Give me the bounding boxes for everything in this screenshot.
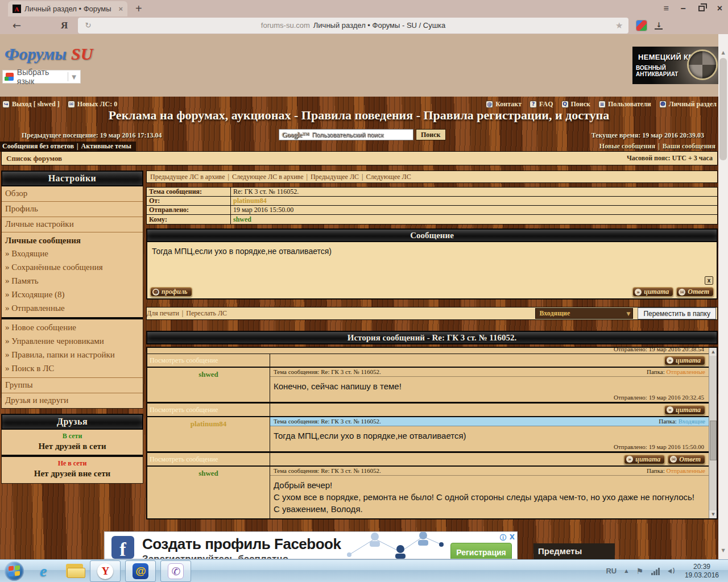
download-icon[interactable]: ↓ (655, 22, 663, 30)
sidebar-item-saved[interactable]: » Сохранённые сообщения (2, 261, 143, 275)
file-explorer-icon[interactable] (66, 564, 85, 579)
tray-expand-icon[interactable]: ▲ (624, 568, 628, 573)
scroll-up-icon[interactable]: ▲ (709, 348, 717, 356)
window-close-button[interactable]: × (717, 3, 722, 14)
internet-explorer-icon[interactable]: e (40, 562, 47, 580)
yandex-browser-taskbar-button[interactable]: Y (90, 560, 121, 582)
quote-button[interactable]: »цитата (632, 287, 673, 297)
view-message-link[interactable]: Посмотреть сообщение (147, 404, 270, 416)
move-to-folder-button[interactable]: Переместить в папку (638, 307, 716, 319)
next-pm-link[interactable]: Следующее ЛС (366, 173, 411, 181)
print-link[interactable]: Для печати (147, 309, 179, 318)
address-text[interactable]: forums-su.comЛичный раздел • Форумы - SU… (91, 21, 615, 30)
view-message-link[interactable]: Посмотреть сообщение (147, 354, 270, 367)
sidebar-item-inbox[interactable]: » Входящие (2, 247, 143, 261)
browser-scrollbar[interactable]: ▲ ▼ (718, 34, 728, 559)
sidebar-item-personal-settings[interactable]: Личные настройки (2, 217, 143, 232)
language-selector[interactable]: Выбрать язык ▼ (2, 70, 81, 84)
faq-link[interactable]: ?FAQ (530, 100, 553, 109)
new-pm-link[interactable]: ✉Новых ЛС: 0 (68, 100, 118, 109)
scrollbar-thumb[interactable] (719, 58, 727, 160)
quote-button[interactable]: »цитата (664, 356, 705, 365)
folder-link[interactable]: Входящие (679, 418, 705, 425)
profile-button[interactable]: ☻профиль (150, 287, 192, 297)
tab-close-icon[interactable]: × (118, 5, 123, 13)
history-actions-row: Посмотреть сообщение »цитата ✉Ответ (147, 452, 709, 467)
sidebar-item-rules-folders[interactable]: » Правила, папки и настройки (2, 348, 143, 362)
users-link[interactable]: ≡Пользователи (598, 100, 651, 109)
action-center-flag-icon[interactable]: ⚑ (636, 567, 643, 576)
reply-button[interactable]: ✉Ответ (676, 287, 714, 297)
history-author-link[interactable]: platinum84 (147, 417, 270, 451)
logout-link[interactable]: ↪Выход [ shwed ] (2, 100, 60, 109)
quote-button[interactable]: »цитата (664, 405, 705, 415)
sidebar-item-memory[interactable]: » Память (2, 275, 143, 288)
view-message-link[interactable]: Посмотреть сообщение (147, 453, 270, 465)
history-scrollbar[interactable]: ▲ ▼ (709, 348, 717, 518)
antiques-banner[interactable]: НЕМЕЦКИЙ КРЕСТ ВОЕННЫЙАНТИКВАРИАТ (632, 47, 718, 84)
language-indicator[interactable]: RU (606, 567, 617, 575)
close-message-button[interactable]: x (705, 276, 713, 285)
window-restore-button[interactable] (698, 6, 705, 11)
scroll-up-icon[interactable]: ▲ (718, 48, 728, 57)
prev-pm-archive-link[interactable]: Предыдущее ЛС в архиве (150, 173, 225, 181)
from-user-link[interactable]: platinum84 (231, 197, 267, 205)
forum-headline[interactable]: Реклама на форумах, аукционах - Правила … (0, 108, 718, 123)
to-user-link[interactable]: shwed (231, 215, 251, 224)
folder-link[interactable]: Отправленные (667, 368, 706, 375)
ad-close-icon[interactable]: X (510, 533, 515, 543)
quote-button[interactable]: »цитата (624, 455, 665, 464)
sidebar-item-profile[interactable]: Профиль (2, 202, 143, 217)
viber-taskbar-button[interactable]: ✆ (160, 560, 191, 582)
window-minimize-button[interactable]: – (681, 3, 686, 14)
new-tab-button[interactable]: + (135, 2, 142, 16)
facebook-ad[interactable]: f Создать профиль Facebook Зарегистрируй… (104, 531, 518, 559)
address-field[interactable]: ↻ forums-su.comЛичный раздел • Форумы - … (78, 18, 628, 34)
bookmark-star-icon[interactable]: ★ (615, 20, 623, 31)
unanswered-link[interactable]: Сообщения без ответов (2, 142, 74, 150)
sidebar-item-outbox[interactable]: » Исходящие (8) (2, 288, 143, 302)
search-link[interactable]: QПоиск (561, 100, 591, 109)
new-messages-link[interactable]: Новые сообщения (599, 142, 655, 150)
google-search-input[interactable]: Google™ Пользовательский поиск (279, 129, 413, 140)
search-submit-button[interactable]: Поиск (416, 129, 446, 140)
back-button[interactable]: ← (13, 19, 21, 31)
contact-link[interactable]: @Контакт (486, 100, 522, 109)
volume-icon[interactable]: ) (668, 567, 677, 575)
mailru-taskbar-button[interactable]: @ (125, 560, 156, 582)
network-signal-icon[interactable] (651, 567, 660, 575)
your-messages-link[interactable]: Ваши сообщения (663, 142, 715, 150)
taskbar-clock[interactable]: 20:3919.03.2016 (685, 563, 719, 580)
sidebar-item-overview[interactable]: Обзор (2, 186, 143, 202)
scroll-down-icon[interactable]: ▼ (718, 546, 728, 555)
sidebar-item-sent[interactable]: » Отправленные (2, 302, 143, 315)
prev-pm-link[interactable]: Предыдущее ЛС (311, 173, 359, 181)
extension-icon[interactable] (636, 20, 647, 31)
scroll-down-icon[interactable]: ▼ (709, 510, 717, 518)
folder-link[interactable]: Отправленные (667, 467, 706, 474)
scrollbar-thumb[interactable] (710, 421, 717, 460)
reply-button[interactable]: ✉Ответ (668, 455, 705, 464)
history-author-link[interactable]: shwed (147, 467, 270, 519)
adchoices-info-icon[interactable]: ⓘ (500, 533, 507, 543)
folder-select[interactable]: Входящие▼ (535, 308, 633, 319)
sidebar-item-drafts[interactable]: » Управление черновиками (2, 335, 143, 348)
sidebar-item-friends-foes[interactable]: Друзья и недруги (2, 393, 143, 408)
reload-icon[interactable]: ↻ (85, 21, 91, 30)
antiques-ad[interactable]: Предметы старины (533, 543, 615, 559)
ad-register-button[interactable]: Регистрация (450, 543, 512, 559)
browser-menu-icon[interactable]: ≡ (663, 3, 668, 14)
sidebar-item-new-message[interactable]: » Новое сообщение (2, 321, 143, 335)
sidebar-item-groups[interactable]: Группы (2, 378, 143, 393)
yandex-logo[interactable]: Я (61, 20, 68, 31)
forward-pm-link[interactable]: Переслать ЛС (186, 309, 227, 318)
history-author-link[interactable]: shwed (147, 368, 270, 402)
forum-list-link[interactable]: Список форумов (6, 154, 62, 163)
site-logo[interactable]: ФорумыSU (5, 44, 93, 64)
sidebar-item-pm-search[interactable]: » Поиск в ЛС (2, 362, 143, 378)
next-pm-archive-link[interactable]: Следующее ЛС в архиве (232, 173, 304, 181)
start-button[interactable] (5, 562, 24, 581)
active-topics-link[interactable]: Активные темы (81, 142, 131, 150)
browser-tab[interactable]: A Личный раздел • Форумы × (8, 1, 127, 16)
personal-section-link[interactable]: ☻Личный раздел (659, 100, 717, 109)
